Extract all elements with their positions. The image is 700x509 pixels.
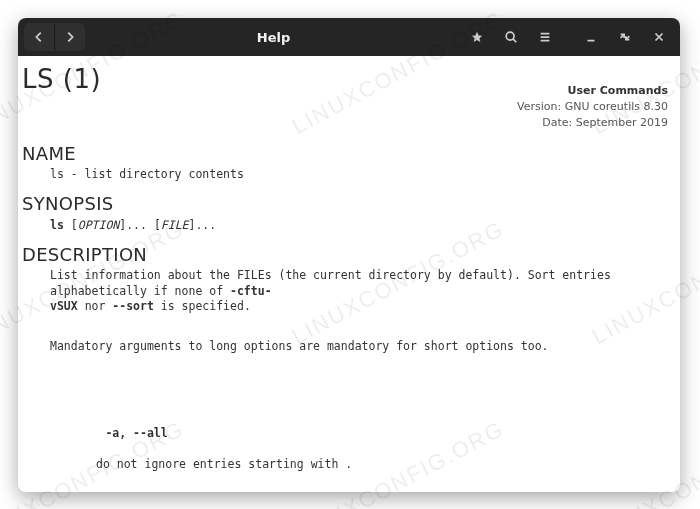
page-title: LS (1) [22,62,517,97]
search-icon [504,30,518,44]
menu-button[interactable] [530,23,560,51]
synopsis-option: OPTION [78,218,120,232]
option-all: -a, --all do not ignore entries starting… [50,411,670,492]
option-desc: do not ignore entries starting with . [96,457,670,473]
close-button[interactable] [644,23,674,51]
maximize-button[interactable] [610,23,640,51]
svg-point-0 [506,32,514,40]
forward-button[interactable] [54,23,85,51]
category: User Commands [517,84,668,99]
back-button[interactable] [24,23,54,51]
search-button[interactable] [496,23,526,51]
help-window: Help LS (1) [18,18,680,492]
nav-group [24,23,85,51]
synopsis-file: FILE [161,218,189,232]
maximize-icon [618,30,632,44]
section-body-synopsis: ls [OPTION]... [FILE]... [50,218,670,234]
content[interactable]: LS (1) User Commands Version: GNU coreut… [18,56,680,492]
section-body-name: ls - list directory contents [50,167,670,183]
minimize-button[interactable] [576,23,606,51]
arrow-left-icon [32,30,46,44]
bookmark-button[interactable] [462,23,492,51]
minimize-icon [584,30,598,44]
synopsis-cmd: ls [50,218,64,232]
version: Version: GNU coreutils 8.30 [517,100,668,115]
desc-mandatory: Mandatory arguments to long options are … [50,339,670,355]
section-heading-description: DESCRIPTION [22,243,670,267]
star-icon [470,30,484,44]
page-header: LS (1) User Commands Version: GNU coreut… [20,62,670,132]
option-flag: -a, --all [105,426,167,440]
section-heading-name: NAME [22,142,670,166]
close-icon [652,30,666,44]
page-meta: User Commands Version: GNU coreutils 8.3… [517,84,670,132]
section-body-description: List information about the FILEs (the cu… [50,268,670,492]
arrow-right-icon [63,30,77,44]
hamburger-icon [538,30,552,44]
date: Date: September 2019 [517,116,668,131]
titlebar: Help [18,18,680,56]
titlebar-right [462,23,674,51]
section-heading-synopsis: SYNOPSIS [22,192,670,216]
window-title: Help [89,30,458,45]
